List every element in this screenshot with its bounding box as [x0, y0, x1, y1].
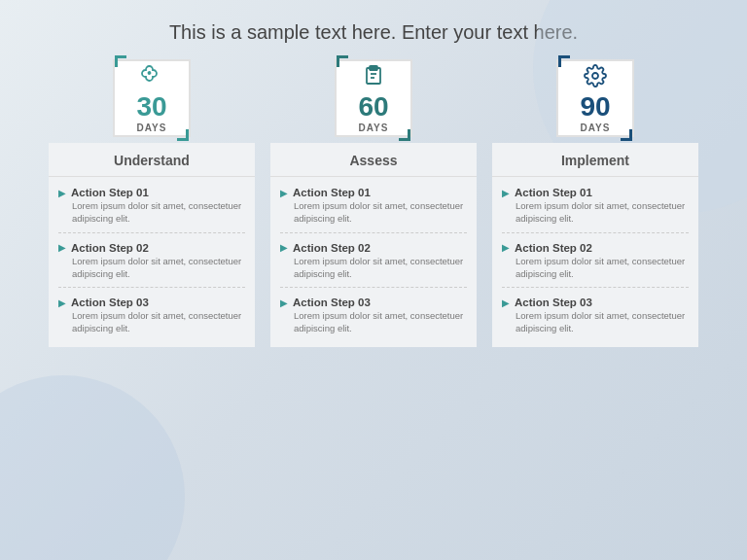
action-step-title-2-3: Action Step 03 — [293, 297, 371, 308]
action-item-3-1: ▶Action Step 01Lorem ipsum dolor sit ame… — [492, 183, 698, 228]
chevron-right-icon: ▶ — [58, 188, 66, 198]
columns-wrapper: 30DAYSUnderstand▶Action Step 01Lorem ips… — [0, 59, 747, 347]
action-item-header-3-3: ▶Action Step 03 — [502, 297, 689, 308]
chevron-right-icon: ▶ — [58, 298, 66, 308]
action-item-header-3-1: ▶Action Step 01 — [502, 187, 689, 198]
corner-decoration-tl — [115, 55, 126, 67]
action-step-title-3-2: Action Step 02 — [515, 242, 592, 254]
action-step-desc-2-1: Lorem ipsum dolor sit amet, consectetuer… — [280, 199, 467, 226]
chevron-right-icon: ▶ — [280, 298, 288, 308]
svg-point-6 — [592, 73, 598, 79]
icon-card-1: 30DAYS — [113, 59, 191, 137]
divider — [280, 287, 467, 288]
page-title: This is a sample text here. Enter your t… — [169, 21, 578, 43]
icon-card-wrapper-3: 90DAYS — [547, 59, 644, 147]
action-item-header-1-1: ▶Action Step 01 — [58, 187, 245, 198]
gear-icon — [584, 64, 607, 91]
action-step-title-1-1: Action Step 01 — [71, 187, 149, 198]
action-step-desc-1-2: Lorem ipsum dolor sit amet, consectetuer… — [58, 255, 245, 281]
action-step-desc-3-1: Lorem ipsum dolor sit amet, consectetuer… — [502, 199, 689, 226]
days-number-1: 30 — [136, 93, 166, 121]
action-item-header-2-2: ▶Action Step 02 — [280, 242, 467, 254]
action-item-3-2: ▶Action Step 02Lorem ipsum dolor sit ame… — [492, 238, 698, 283]
action-item-1-1: ▶Action Step 01Lorem ipsum dolor sit ame… — [49, 183, 255, 228]
divider — [280, 232, 467, 233]
action-item-header-1-2: ▶Action Step 02 — [58, 242, 245, 254]
corner-decoration-br — [621, 129, 632, 141]
action-item-1-2: ▶Action Step 02Lorem ipsum dolor sit ame… — [49, 238, 255, 283]
action-step-desc-1-3: Lorem ipsum dolor sit amet, consectetuer… — [58, 309, 245, 335]
corner-decoration-br — [177, 129, 189, 141]
action-item-3-3: ▶Action Step 03Lorem ipsum dolor sit ame… — [492, 293, 698, 337]
content-card-1: Understand▶Action Step 01Lorem ipsum dol… — [49, 143, 255, 347]
content-card-2: Assess▶Action Step 01Lorem ipsum dolor s… — [270, 143, 477, 347]
chevron-right-icon: ▶ — [280, 242, 288, 253]
action-step-desc-3-2: Lorem ipsum dolor sit amet, consectetuer… — [502, 255, 689, 281]
content-card-3: Implement▶Action Step 01Lorem ipsum dolo… — [492, 143, 698, 347]
clipboard-icon — [362, 64, 385, 91]
action-item-header-3-2: ▶Action Step 02 — [502, 242, 689, 254]
action-item-header-1-3: ▶Action Step 03 — [58, 297, 245, 308]
brain-icon — [140, 64, 163, 91]
column-1: 30DAYSUnderstand▶Action Step 01Lorem ips… — [49, 59, 255, 347]
card-header-3: Implement — [492, 143, 698, 177]
days-label-3: DAYS — [581, 122, 611, 133]
divider — [58, 232, 245, 233]
card-header-2: Assess — [270, 143, 477, 177]
svg-point-0 — [149, 72, 151, 74]
action-step-desc-2-2: Lorem ipsum dolor sit amet, consectetuer… — [280, 255, 467, 281]
action-item-header-2-1: ▶Action Step 01 — [280, 187, 467, 198]
action-item-2-2: ▶Action Step 02Lorem ipsum dolor sit ame… — [270, 238, 477, 283]
action-step-title-2-2: Action Step 02 — [293, 242, 371, 254]
action-item-header-2-3: ▶Action Step 03 — [280, 297, 467, 308]
action-step-desc-3-3: Lorem ipsum dolor sit amet, consectetuer… — [502, 309, 689, 335]
divider — [58, 287, 245, 288]
days-label-1: DAYS — [137, 122, 167, 133]
days-number-3: 90 — [580, 93, 610, 121]
action-item-2-1: ▶Action Step 01Lorem ipsum dolor sit ame… — [270, 183, 477, 228]
action-step-title-1-2: Action Step 02 — [71, 242, 149, 254]
title-area: This is a sample text here. Enter your t… — [0, 0, 747, 59]
action-step-title-2-1: Action Step 01 — [293, 187, 371, 198]
action-step-title-3-1: Action Step 01 — [515, 187, 592, 198]
days-number-2: 60 — [358, 93, 388, 121]
divider — [502, 287, 689, 288]
corner-decoration-tl — [337, 55, 348, 67]
chevron-right-icon: ▶ — [58, 242, 66, 253]
icon-card-wrapper-2: 60DAYS — [325, 59, 422, 147]
action-item-2-3: ▶Action Step 03Lorem ipsum dolor sit ame… — [270, 293, 477, 337]
corner-decoration-tl — [558, 55, 570, 67]
action-item-1-3: ▶Action Step 03Lorem ipsum dolor sit ame… — [49, 293, 255, 337]
corner-decoration-br — [399, 129, 410, 141]
icon-card-2: 60DAYS — [335, 59, 412, 137]
chevron-right-icon: ▶ — [280, 188, 288, 198]
action-step-desc-1-1: Lorem ipsum dolor sit amet, consectetuer… — [58, 199, 245, 226]
chevron-right-icon: ▶ — [502, 298, 510, 308]
icon-card-3: 90DAYS — [556, 59, 634, 137]
chevron-right-icon: ▶ — [502, 188, 510, 198]
icon-card-wrapper-1: 30DAYS — [103, 59, 200, 147]
card-header-1: Understand — [49, 143, 255, 177]
action-step-title-3-3: Action Step 03 — [515, 297, 592, 308]
column-3: 90DAYSImplement▶Action Step 01Lorem ipsu… — [492, 59, 698, 347]
chevron-right-icon: ▶ — [502, 242, 510, 253]
days-label-2: DAYS — [359, 122, 389, 133]
divider — [502, 232, 689, 233]
action-step-title-1-3: Action Step 03 — [71, 297, 149, 308]
column-2: 60DAYSAssess▶Action Step 01Lorem ipsum d… — [270, 59, 477, 347]
action-step-desc-2-3: Lorem ipsum dolor sit amet, consectetuer… — [280, 309, 467, 335]
